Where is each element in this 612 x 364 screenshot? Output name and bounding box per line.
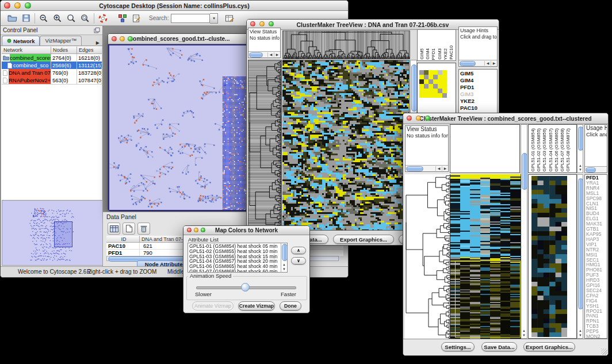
global-heatmap[interactable] [282,60,410,231]
column-labels-vscrollbar[interactable]: ▲ ▼ [577,124,583,173]
column-label: GPL51-03 (GSM856) [542,128,547,172]
table-row[interactable]: RNAPuberNov2+ 563(0) 107847(0) [2,76,102,84]
treeview-combined-titlebar[interactable]: ClusterMaker TreeView : combined_scores_… [403,113,608,124]
scroll-up-arrow[interactable]: ▲ [281,263,287,267]
annotation-icon[interactable] [129,13,143,24]
float-panel-icon[interactable] [94,25,100,36]
col-edges[interactable]: Edges [77,47,102,54]
vizmapper-icon[interactable] [116,13,129,24]
help-lifering-icon[interactable] [96,13,110,24]
main-titlebar[interactable]: Cytoscape Desktop (Session Name: collins… [1,1,348,11]
create-attribute-icon[interactable] [123,223,135,235]
usage-hints-hscrollbar[interactable] [585,166,607,173]
close-icon[interactable] [187,228,192,232]
zoom-window-icon[interactable] [269,21,274,26]
zoom-window-icon[interactable] [425,116,430,121]
zoom-heatmap-panel [528,174,577,339]
close-icon[interactable] [407,116,412,121]
scroll-up-arrow[interactable]: ▲ [577,164,583,168]
search-input[interactable] [171,14,210,23]
scroll-left-arrow[interactable]: ◀ [435,166,442,171]
network-canvas[interactable] [109,45,250,210]
tab-overflow-arrow[interactable]: ▶ [94,40,101,45]
close-icon[interactable] [4,2,10,9]
scroll-right-arrow[interactable]: ▶ [442,166,448,171]
search-dropdown-button[interactable]: ▾ [210,13,218,24]
select-attributes-icon[interactable] [108,223,120,235]
minimize-icon[interactable] [416,116,421,121]
view-status-hscrollbar[interactable]: ◀▶ [248,51,280,58]
settings-button[interactable]: Settings... [441,342,475,351]
close-icon[interactable] [250,21,255,26]
window-controls [4,2,31,9]
delete-attribute-icon[interactable] [137,223,150,235]
table-row[interactable]: combined_scores 2764(0) 16218(0) [2,54,102,62]
scroll-right-arrow[interactable]: ▶ [274,52,280,57]
column-dendrogram[interactable] [282,30,410,59]
table-row[interactable]: DNA and Tran 07 769(0) 183728(0) [2,69,102,76]
move-up-button[interactable]: ∧ [291,247,306,254]
table-row-selected[interactable]: combined_sco 2569(6) 13112(15) [2,62,102,69]
network-view-titlebar[interactable]: combined_scores_good.txt--cluste... [108,34,251,44]
attribute-list-vscrollbar[interactable]: ▲ ▼ [281,243,287,272]
minimize-icon[interactable] [259,21,265,26]
usage-hints-hscrollbar[interactable]: ◀▶ [459,60,497,66]
col-network[interactable]: Network [2,47,51,54]
data-col-id[interactable]: ID [106,236,140,243]
scroll-left-arrow[interactable]: ◀ [267,52,274,57]
birdseye-navigator[interactable] [2,200,103,266]
scroll-down-arrow[interactable]: ▼ [281,267,287,271]
scroll-down-arrow[interactable]: ▼ [521,334,527,338]
zoom-in-icon[interactable] [51,13,64,24]
zoom-fit-icon[interactable] [64,13,78,24]
scroll-right-arrow[interactable]: ▶ [491,61,497,66]
open-folder-icon[interactable] [5,13,19,24]
zoom-heatmap-panel [417,63,456,114]
speed-slider-thumb[interactable] [241,283,250,292]
minimize-icon[interactable] [194,228,198,232]
scroll-left-arrow[interactable]: ◀ [484,61,491,66]
zoom-window-icon[interactable] [25,2,31,9]
row-dendrogram[interactable] [405,174,450,339]
column-tree-area[interactable] [450,124,520,173]
zoom-heatmap[interactable] [419,70,447,98]
tab-vizmapper[interactable]: VizMapper™ [40,36,82,45]
dialog-titlebar[interactable]: Map Colors to Network [183,226,309,235]
export-graphics-button[interactable]: Export Graphics... [333,235,394,244]
move-down-button[interactable]: ∨ [291,257,306,265]
zoom-heatmap[interactable] [531,176,567,337]
minimize-icon[interactable] [14,2,21,9]
view-status-hscrollbar[interactable]: ◀▶ [406,165,448,171]
animate-vizmap-button[interactable]: Animate Vizmap [192,301,234,311]
scroll-down-arrow[interactable]: ▼ [577,168,583,172]
attribute-editor-icon[interactable] [223,13,236,24]
resize-grip[interactable] [601,348,607,355]
folder-icon [3,55,9,60]
zoom-selected-icon[interactable] [78,13,92,24]
gene-label: GIM4 [460,77,497,84]
heatmap-vscrollbar[interactable]: ▲ ▼ [521,124,527,339]
network-list-empty[interactable] [2,84,102,200]
save-data-button[interactable]: Save Data... [481,342,517,351]
done-button[interactable]: Done [280,301,301,311]
scroll-down-arrow[interactable]: ▼ [577,334,583,338]
row-dendrogram[interactable] [248,60,282,231]
column-label: GPL51-07 (GSM868) [560,128,565,172]
zoom-window-icon[interactable] [201,228,205,232]
minimize-icon[interactable] [120,36,125,41]
attribute-listbox[interactable]: GPL51-01 (GSM854) heat shock 05 minGPL51… [188,243,288,273]
save-icon[interactable] [19,13,33,24]
tab-network[interactable]: Network [2,36,40,45]
global-heatmap[interactable] [450,174,521,339]
zoom-vscrollbar[interactable]: ▲ ▼ [577,174,583,339]
zoom-window-icon[interactable] [128,36,133,41]
usage-hints-text: Click and drag to [585,131,607,137]
network-view-title: combined_scores_good.txt--cluste... [130,36,230,42]
create-vizmap-button[interactable]: Create Vizmap [238,301,275,311]
col-nodes[interactable]: Nodes [51,47,77,54]
close-icon[interactable] [112,36,117,41]
scroll-up-arrow[interactable]: ▲ [577,329,583,333]
zoom-out-icon[interactable] [37,13,51,24]
scroll-up-arrow[interactable]: ▲ [521,329,527,333]
export-graphics-button[interactable]: Export Graphics... [523,342,575,351]
